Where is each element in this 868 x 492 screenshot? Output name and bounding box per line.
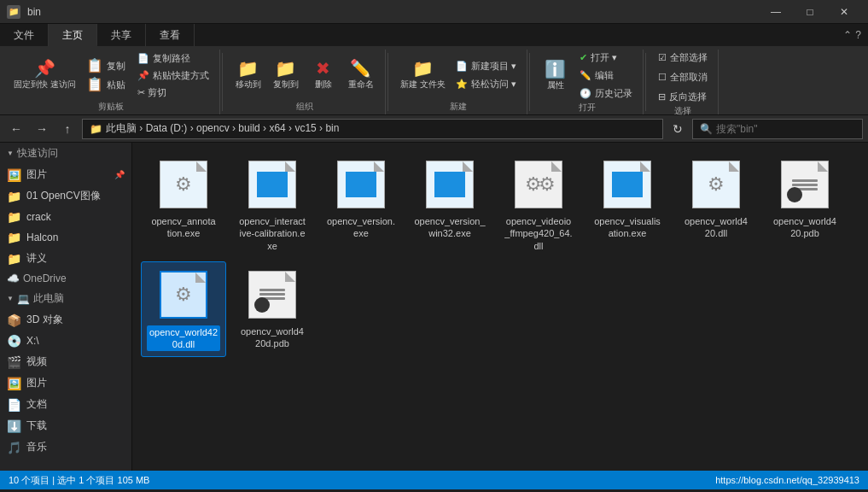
delete-button[interactable]: ✖ 删除 [306, 58, 341, 92]
forward-button[interactable]: → [31, 118, 53, 140]
file-item-annotation[interactable]: ⚙ opencv_annotation.exe [141, 151, 226, 258]
file-label-interactive: opencv_interactive-calibration.exe [239, 215, 306, 252]
rename-button[interactable]: ✏️ 重命名 [344, 58, 378, 92]
new-item-button[interactable]: 📄 新建项目 ▾ [452, 58, 520, 74]
tab-share[interactable]: 共享 [97, 24, 146, 46]
file-item-world420d-pdb[interactable]: opencv_world420d.pdb [230, 261, 315, 358]
select-label: 选择 [674, 105, 691, 119]
file-item-world420-pdb[interactable]: opencv_world420.pdb [762, 151, 848, 258]
sidebar-item-halcon[interactable]: 📁 Halcon [0, 227, 131, 248]
sidebar-item-pictures[interactable]: 🖼️ 图片 📌 [0, 164, 131, 185]
rename-icon: ✏️ [350, 60, 371, 77]
sep2 [387, 53, 388, 111]
move-to-button[interactable]: 📁 移动到 [231, 58, 265, 92]
sidebar: ▼ 快速访问 🖼️ 图片 📌 📁 01 OpenCV图像 📁 crack 📁 H… [0, 143, 132, 471]
search-input[interactable] [716, 123, 855, 135]
tab-file[interactable]: 文件 [0, 24, 49, 46]
tab-view[interactable]: 查看 [146, 24, 195, 46]
tab-home[interactable]: 主页 [49, 24, 97, 46]
file-item-interactive-cal[interactable]: opencv_interactive-calibration.exe [230, 151, 315, 258]
clipboard-items: 📌 固定到快 速访问 📋 复制 📋 粘贴 📄 [10, 50, 213, 101]
close-button[interactable]: ✕ [827, 0, 861, 24]
select-all-button[interactable]: ☑ 全部选择 [655, 50, 711, 66]
sidebar-item-x[interactable]: 💿 X:\ [0, 331, 131, 351]
file-label-visualisation: opencv_visualisation.exe [594, 215, 661, 240]
invert-select-icon: ⊟ [658, 91, 666, 102]
file-item-version[interactable]: opencv_version.exe [318, 151, 404, 258]
sidebar-item-music[interactable]: 🎵 音乐 [0, 436, 131, 458]
cut-button[interactable]: ✂ 剪切 [134, 85, 213, 101]
downloads-icon: ⬇️ [7, 419, 21, 433]
new-item-icon: 📄 [456, 61, 468, 72]
file-label-version-win32: opencv_version_win32.exe [414, 215, 485, 240]
sidebar-item-docs[interactable]: 📄 文档 [0, 394, 131, 415]
history-button[interactable]: 🕐 历史记录 [576, 85, 636, 102]
new-folder-button[interactable]: 📁 新建 文件夹 [397, 58, 449, 92]
pdb-circle2 [254, 297, 270, 313]
ribbon: 文件 主页 共享 查看 ⌃ ? 📌 固定到快 速访问 📋 复制 [0, 24, 868, 115]
invert-select-button[interactable]: ⊟ 反向选择 [655, 89, 710, 105]
file-area[interactable]: ⚙ opencv_annotation.exe opencv_interacti… [132, 143, 868, 471]
file-label-annotation: opencv_annotation.exe [151, 215, 215, 240]
file-icon-world420d: ⚙ [156, 267, 211, 322]
sidebar-item-crack-label: crack [26, 211, 51, 223]
paste-shortcut-button[interactable]: 📌 粘贴快捷方式 [134, 67, 213, 84]
ribbon-help-icon[interactable]: ? [855, 29, 861, 41]
sidebar-item-lecture[interactable]: 📁 讲义 [0, 248, 131, 269]
sidebar-item-downloads[interactable]: ⬇️ 下载 [0, 415, 131, 436]
file-item-videoio-dll[interactable]: ⚙⚙ opencv_videoio_ffmpeg420_64.dll [496, 151, 581, 258]
refresh-button[interactable]: ↻ [667, 118, 689, 140]
sidebar-item-video[interactable]: 🎬 视频 [0, 351, 131, 372]
maximize-button[interactable]: □ [793, 0, 827, 24]
up-button[interactable]: ↑ [56, 118, 79, 140]
window-controls[interactable]: — □ ✕ [759, 0, 861, 24]
file-item-world420-dll[interactable]: ⚙ opencv_world420.dll [673, 151, 759, 258]
history-icon: 🕐 [580, 88, 591, 99]
onedrive-item[interactable]: ☁️ OneDrive [0, 269, 131, 288]
docs-icon: 📄 [7, 398, 21, 412]
search-box[interactable]: 🔍 [692, 119, 863, 139]
quick-access-header[interactable]: ▼ 快速访问 [0, 143, 131, 164]
properties-button[interactable]: ℹ️ 属性 [539, 59, 573, 93]
file-label-world420: opencv_world420.dll [684, 215, 748, 240]
address-path[interactable]: 📁 此电脑 › Data (D:) › opencv › build › x64… [82, 119, 663, 139]
paste-button[interactable]: 📋 粘贴 [83, 76, 129, 93]
file-item-world420d-dll[interactable]: ⚙ opencv_world420d.dll [141, 261, 226, 358]
file-item-version-win32[interactable]: opencv_version_win32.exe [407, 151, 492, 258]
easy-access-button[interactable]: ⭐ 轻松访问 ▾ [452, 76, 520, 92]
file-label-world420d-pdb: opencv_world420d.pdb [241, 325, 304, 350]
back-button[interactable]: ← [5, 118, 27, 140]
sidebar-item-3d[interactable]: 📦 3D 对象 [0, 309, 131, 331]
file-icon-version [334, 157, 388, 212]
organize-label: 组织 [296, 101, 313, 114]
minimize-button[interactable]: — [759, 0, 793, 24]
sidebar-item-pic[interactable]: 🖼️ 图片 [0, 372, 131, 394]
open-icon: ✔ [580, 52, 587, 63]
edit-button[interactable]: ✏️ 编辑 [576, 67, 636, 84]
sidebar-item-opencv-img[interactable]: 📁 01 OpenCV图像 [0, 185, 131, 207]
onedrive-icon: ☁️ [7, 272, 20, 284]
copy-button[interactable]: 📋 复制 [83, 57, 129, 74]
select-none-button[interactable]: ☐ 全部取消 [655, 69, 711, 85]
ribbon-group-open: ℹ️ 属性 ✔ 打开 ▾ ✏️ 编辑 🕐 历史记录 [532, 50, 644, 114]
open-button[interactable]: ✔ 打开 ▾ [576, 50, 636, 66]
this-pc-header[interactable]: ▼ 💻 此电脑 [0, 288, 131, 309]
ribbon-collapse-icon[interactable]: ⌃ [843, 29, 852, 41]
file-icon-visualisation [600, 157, 655, 212]
gear-icon3: ⚙ [175, 284, 192, 306]
x-drive-icon: 💿 [7, 334, 21, 348]
item-count: 10 个项目 | 选中 1 个项目 105 MB [9, 474, 149, 487]
sep3 [529, 53, 530, 111]
select-items: ☑ 全部选择 ☐ 全部取消 ⊟ 反向选择 [655, 50, 711, 105]
sidebar-item-opencv-label: 01 OpenCV图像 [26, 189, 101, 203]
copy-path-icon: 📄 [137, 53, 149, 64]
file-icon-annotation: ⚙ [156, 157, 211, 212]
file-item-visualisation[interactable]: opencv_visualisation.exe [585, 151, 670, 258]
ribbon-group-select: ☑ 全部选择 ☐ 全部取消 ⊟ 反向选择 选择 [648, 50, 719, 114]
pin-to-quick-access-button[interactable]: 📌 固定到快 速访问 [10, 58, 79, 92]
sidebar-item-crack[interactable]: 📁 crack [0, 207, 131, 227]
copy-path-button[interactable]: 📄 复制路径 [134, 50, 213, 67]
copy-to-button[interactable]: 📁 复制到 [269, 58, 303, 92]
sidebar-item-pictures-label: 图片 [26, 167, 47, 182]
this-pc-arrow: ▼ [7, 295, 14, 302]
